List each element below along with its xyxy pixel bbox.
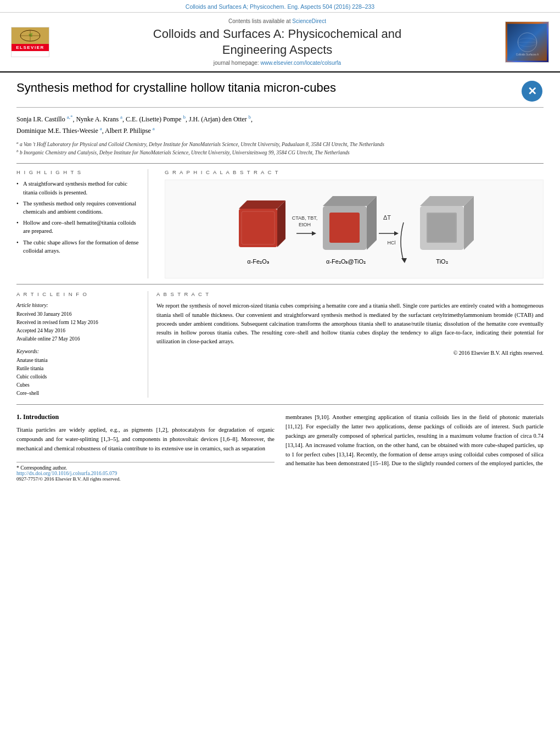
highlight-item-3: Hollow and core–shell hematite@titania c… <box>16 219 141 235</box>
article-info-column: A R T I C L E I N F O Article history: R… <box>16 291 148 398</box>
received-date: Received 30 January 2016 <box>16 310 141 319</box>
sciencedirect-link[interactable]: ScienceDirect <box>292 18 326 24</box>
journal-citation-link[interactable]: Colloids and Surfaces A; Physicochem. En… <box>186 3 374 10</box>
article-title: Synthesis method for crystalline hollow … <box>16 81 513 95</box>
keywords-label: Keywords: <box>16 349 39 354</box>
abstract-column: A B S T R A C T We report the synthesis … <box>156 291 544 398</box>
graphical-abstract-image: CTAB, TBT, EtOH <box>165 180 544 278</box>
article-history-label: Article history: <box>16 303 48 308</box>
journal-cover-image: Colloids Surfaces A <box>505 21 549 63</box>
copyright-notice: © 2016 Elsevier B.V. All rights reserved… <box>156 350 544 356</box>
intro-left-column: 1. Introduction Titania particles are wi… <box>16 413 275 481</box>
available-date: Available online 27 May 2016 <box>16 335 141 343</box>
revised-date: Received in revised form 12 May 2016 <box>16 319 141 327</box>
keywords-section: Keywords: Anatase titania Rutile titania… <box>16 348 141 398</box>
svg-rect-10 <box>239 209 277 247</box>
intro-paragraph-right: membranes [9,10]. Another emerging appli… <box>285 413 544 468</box>
introduction-section: 1. Introduction Titania particles are wi… <box>16 413 544 481</box>
svg-marker-17 <box>312 231 316 236</box>
keyword-4: Cubes <box>16 381 141 389</box>
highlights-column: H I G H L I G H T S A straightforward sy… <box>16 169 148 278</box>
doi-url[interactable]: http://dx.doi.org/10.1016/j.colsurfa.201… <box>16 471 117 476</box>
elsevier-logo: 🌿 ELSEVIER <box>11 27 49 57</box>
corresponding-author-note: * Corresponding author. <box>16 465 275 471</box>
highlight-item-1: A straightforward synthesis method for c… <box>16 180 141 196</box>
journal-header: 🌿 ELSEVIER Contents lists available at S… <box>0 13 560 72</box>
svg-marker-24 <box>394 231 399 236</box>
crossmark-icon: ✕ <box>522 81 542 102</box>
graphical-abstract-column: G R A P H I C A L A B S T R A C T <box>156 169 544 278</box>
svg-marker-25 <box>401 258 407 263</box>
svg-text:EtOH: EtOH <box>299 222 311 227</box>
accepted-date: Accepted 24 May 2016 <box>16 327 141 335</box>
homepage-link[interactable]: www.elsevier.com/locate/colsurfa <box>260 60 341 66</box>
svg-text:Colloids Surfaces A: Colloids Surfaces A <box>516 53 539 56</box>
reaction-scheme-svg: CTAB, TBT, EtOH <box>222 187 486 272</box>
main-content: Synthesis method for crystalline hollow … <box>0 72 560 490</box>
journal-homepage: journal homepage: www.elsevier.com/locat… <box>55 60 500 66</box>
keyword-1: Anatase titania <box>16 356 141 365</box>
highlights-list: A straightforward synthesis method for c… <box>16 180 141 255</box>
elsevier-logo-image: 🌿 <box>12 27 49 44</box>
highlights-heading: H I G H L I G H T S <box>16 169 141 175</box>
highlights-graphical-section: H I G H L I G H T S A straightforward sy… <box>16 163 544 284</box>
crossmark-badge[interactable]: ✕ <box>522 81 544 103</box>
journal-name: Colloids and Surfaces A: Physicochemical… <box>55 26 500 58</box>
doi-link[interactable]: http://dx.doi.org/10.1016/j.colsurfa.201… <box>16 471 275 476</box>
svg-text:α-Fe₂O₃: α-Fe₂O₃ <box>247 258 268 265</box>
article-title-section: Synthesis method for crystalline hollow … <box>16 81 544 108</box>
svg-text:α-Fe₂O₃@TiO₂: α-Fe₂O₃@TiO₂ <box>326 258 366 265</box>
svg-rect-21 <box>329 213 360 243</box>
contents-available-line: Contents lists available at ScienceDirec… <box>55 18 500 24</box>
keyword-5: Core–shell <box>16 389 141 398</box>
section-title: 1. Introduction <box>16 413 275 421</box>
journal-citation-header: Colloids and Surfaces A; Physicochem. En… <box>0 0 560 13</box>
journal-title-section: Contents lists available at ScienceDirec… <box>55 18 500 66</box>
intro-right-column: membranes [9,10]. Another emerging appli… <box>285 413 544 481</box>
svg-text:🌿: 🌿 <box>29 33 33 37</box>
highlight-item-2: The synthesis method only requires conve… <box>16 199 141 216</box>
abstract-text: We report the synthesis of novel micron-… <box>156 302 544 346</box>
authors-line: Sonja I.R. Castillo a,*, Nynke A. Krans … <box>16 113 544 136</box>
intro-paragraph-left: Titania particles are widely applied, e.… <box>16 426 275 453</box>
svg-text:TiO₂: TiO₂ <box>436 258 447 265</box>
page-container: Colloids and Surfaces A; Physicochem. En… <box>0 0 560 490</box>
svg-text:HCl: HCl <box>388 240 396 246</box>
footnote-section: * Corresponding author. http://dx.doi.or… <box>16 462 275 482</box>
svg-text:ΔT: ΔT <box>383 214 391 221</box>
svg-marker-12 <box>277 200 285 247</box>
article-info-heading: A R T I C L E I N F O <box>16 291 141 297</box>
svg-text:CTAB, TBT,: CTAB, TBT, <box>292 215 318 221</box>
graphical-abstract-heading: G R A P H I C A L A B S T R A C T <box>165 169 544 175</box>
keyword-2: Rutile titania <box>16 365 141 373</box>
highlight-item-4: The cubic shape allows for the formation… <box>16 238 141 255</box>
elsevier-wordmark: ELSEVIER <box>12 44 49 51</box>
abstract-heading: A B S T R A C T <box>156 291 544 297</box>
keyword-3: Cubic colloids <box>16 373 141 381</box>
article-info-abstract-section: A R T I C L E I N F O Article history: R… <box>16 291 544 405</box>
affiliations: a a Van 't Hoff Laboratory for Physical … <box>16 140 544 157</box>
svg-rect-31 <box>428 214 456 242</box>
article-history: Article history: Received 30 January 201… <box>16 302 141 343</box>
issn-line: 0927-7757/© 2016 Elsevier B.V. All right… <box>16 476 275 482</box>
